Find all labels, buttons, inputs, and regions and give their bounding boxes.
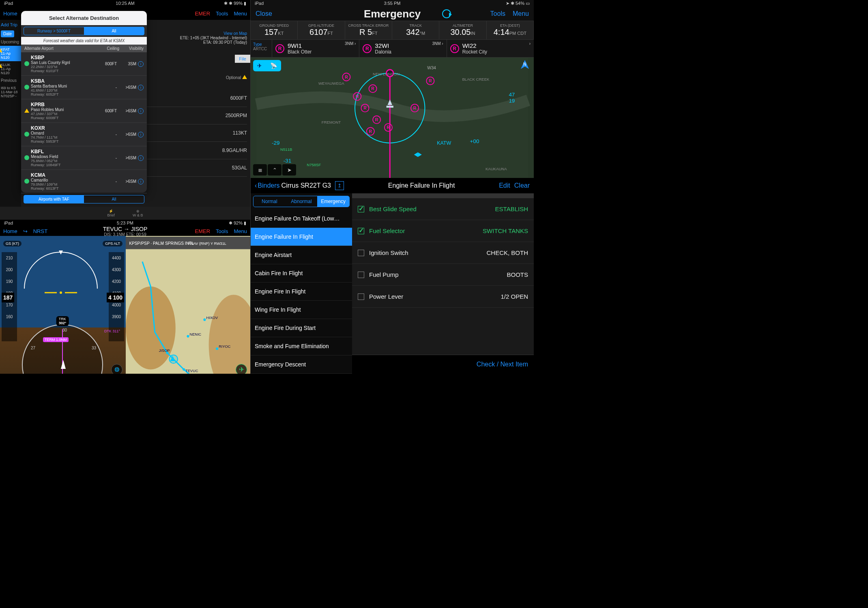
trip-item[interactable]: KFAT11-ApN120 bbox=[0, 46, 21, 61]
nrst-button[interactable]: NRST bbox=[33, 228, 47, 234]
alternate-airport-row[interactable]: KPRBPaso Robles Muni47.1NM / 337°MRunway… bbox=[21, 99, 147, 123]
info-icon[interactable]: i bbox=[138, 108, 144, 114]
status-bar: iPad 3:55 PM ➤ ✱ 54% ▭ bbox=[251, 0, 534, 7]
checklist-item[interactable]: Engine Fire During Start bbox=[251, 319, 352, 337]
emergency-map[interactable]: RRRRRRRRR KATW W34 BLACK CREEK FREMONT N… bbox=[251, 58, 534, 178]
checkbox-icon[interactable] bbox=[358, 228, 364, 234]
alternate-airport-row[interactable]: KSBASanta Barbara Muni41.6NM / 120°MRunw… bbox=[21, 76, 147, 99]
home-button[interactable]: Home bbox=[3, 228, 17, 234]
checkbox-icon[interactable] bbox=[358, 272, 364, 278]
data-cell[interactable]: GROUND SPEED157KT bbox=[251, 21, 298, 39]
warning-icon bbox=[0, 47, 2, 52]
traffic-button[interactable]: ✈ bbox=[236, 364, 247, 374]
alternate-airport-row[interactable]: KBFLMeadows Field75.8NM / 052°MRunway: 1… bbox=[21, 146, 147, 170]
menu-button[interactable]: Menu bbox=[513, 10, 529, 17]
tools-button[interactable]: Tools bbox=[490, 10, 505, 17]
share-icon[interactable]: ↥ bbox=[335, 181, 344, 190]
emer-button[interactable]: EMER bbox=[195, 11, 211, 17]
synthetic-vision-pfd[interactable]: GS (KT) GPS ALT 210200190180170160 187 4… bbox=[0, 236, 126, 374]
svg-text:R: R bbox=[363, 105, 367, 110]
wb-tab[interactable]: ⊕W & B bbox=[133, 209, 143, 217]
checklist-step[interactable]: Power Lever1/2 OPEN bbox=[352, 286, 534, 308]
layers-button[interactable]: ≣ bbox=[253, 164, 267, 176]
svg-text:N758SF: N758SF bbox=[307, 163, 321, 167]
info-icon[interactable]: i bbox=[138, 61, 144, 67]
alternate-airport-row[interactable]: KSBPSan Luis County Rgnl22.2NM / 323°MRu… bbox=[21, 52, 147, 76]
checklist-item[interactable]: Cabin Fire In Flight bbox=[251, 264, 352, 283]
add-trip-button[interactable]: Add Trip bbox=[0, 20, 21, 30]
data-cell[interactable]: ETA (DEST)4:14PM CDT bbox=[487, 21, 534, 39]
svg-point-25 bbox=[203, 319, 206, 321]
checkbox-icon[interactable] bbox=[358, 293, 364, 300]
info-icon[interactable]: i bbox=[138, 132, 144, 137]
svg-text:N: N bbox=[523, 62, 526, 66]
file-button[interactable]: File bbox=[235, 55, 250, 63]
back-button[interactable]: ‹ Binders bbox=[255, 182, 280, 189]
tools-button[interactable]: Tools bbox=[216, 11, 228, 17]
info-icon[interactable]: i bbox=[138, 85, 144, 90]
checklist-step[interactable]: Best Glide SpeedESTABLISH bbox=[352, 198, 534, 220]
checkbox-icon[interactable] bbox=[358, 206, 364, 212]
data-cell[interactable]: CROSS TRACK ERRORR 5FT bbox=[345, 21, 392, 39]
checklist-item[interactable]: Emergency Descent bbox=[251, 355, 352, 374]
airport-badge-icon: R bbox=[363, 44, 372, 53]
info-icon[interactable]: i bbox=[138, 155, 144, 161]
data-cell[interactable]: TRACK342°M bbox=[392, 21, 439, 39]
svg-text:KATW: KATW bbox=[437, 140, 451, 146]
svg-text:33: 33 bbox=[92, 346, 97, 350]
dto-icon[interactable]: ↪ bbox=[23, 228, 28, 234]
checklist-item[interactable]: Engine Failure On Takeoff (Low… bbox=[251, 210, 352, 228]
menu-button[interactable]: Menu bbox=[234, 11, 247, 17]
checklist-step[interactable]: Ignition SwitchCHECK, BOTH bbox=[352, 242, 534, 264]
svg-text:RNAV (RNP) Y RW31L: RNAV (RNP) Y RW31L bbox=[188, 242, 226, 246]
nearest-airport[interactable]: R9WI1Black Otter3NM › bbox=[272, 40, 359, 57]
nearest-airport[interactable]: R32WIDalonia3NM › bbox=[359, 40, 446, 57]
close-button[interactable]: Close bbox=[256, 10, 272, 17]
nearest-airport[interactable]: RWI22Rocket City › bbox=[447, 40, 534, 57]
data-cell[interactable]: ALTIMETER30.05IN bbox=[439, 21, 486, 39]
check-next-button[interactable]: Check / Next Item bbox=[352, 355, 534, 374]
type-selector[interactable]: Type ARTCC bbox=[251, 40, 272, 57]
svg-point-23 bbox=[187, 335, 189, 338]
edit-button[interactable]: Edit bbox=[499, 182, 510, 189]
alternate-airport-row[interactable]: KOXROxnard74.7NM / 111°MRunway: 5953FT -… bbox=[21, 123, 147, 146]
emer-button[interactable]: EMER bbox=[195, 228, 211, 234]
svg-text:BLACK CREEK: BLACK CREEK bbox=[462, 77, 490, 81]
info-icon[interactable]: i bbox=[138, 179, 144, 184]
checklist-item[interactable]: Engine Airstart bbox=[251, 246, 352, 264]
checklist-item[interactable]: Wing Fire In Flight bbox=[251, 301, 352, 319]
north-indicator[interactable]: N bbox=[520, 60, 530, 73]
northup-button[interactable]: ➤ bbox=[282, 164, 296, 176]
svg-text:19: 19 bbox=[509, 98, 515, 104]
brief-tab[interactable]: ⚡Brief bbox=[107, 209, 115, 217]
trip-item[interactable]: KLUK11-ApN120 bbox=[0, 61, 21, 77]
checklist-step[interactable]: Fuel PumpBOOTS bbox=[352, 264, 534, 286]
warning-icon bbox=[0, 63, 2, 68]
svg-text:JISOP: JISOP bbox=[159, 349, 170, 353]
data-cell[interactable]: GPS ALTITUDE6107FT bbox=[298, 21, 345, 39]
alternate-airport-row[interactable]: KCMACamarillo79.0NM / 109°MRunway: 6013F… bbox=[21, 170, 147, 193]
checkbox-icon[interactable] bbox=[358, 250, 364, 256]
date-button[interactable]: Date bbox=[1, 30, 14, 37]
home-button[interactable]: Home bbox=[3, 11, 17, 17]
taf-filter-segment[interactable]: Airports with TAF All bbox=[24, 195, 144, 203]
svg-text:KPSP/PSP · PALM SPRINGS INTL: KPSP/PSP · PALM SPRINGS INTL bbox=[129, 241, 194, 246]
runway-filter-segment[interactable]: Runway > 5000FT All bbox=[24, 27, 144, 35]
globe-button[interactable]: 🌐 bbox=[111, 364, 122, 374]
clear-button[interactable]: Clear bbox=[514, 182, 530, 189]
map-mode-toggle[interactable]: ✈📡 bbox=[253, 60, 281, 71]
trip-item[interactable]: I69 to KS11-Mar-18N702SP - bbox=[0, 84, 21, 100]
nearest-airport-row: Type ARTCC R9WI1Black Otter3NM ›R32WIDal… bbox=[251, 40, 534, 58]
svg-text:+00: +00 bbox=[470, 138, 479, 144]
checklist-step[interactable]: Fuel SelectorSWITCH TANKS bbox=[352, 220, 534, 242]
profile-button[interactable]: ⌃ bbox=[268, 164, 281, 176]
sectional-chart-map[interactable]: KPSP/PSP · PALM SPRINGS INTL RNAV (RNP) … bbox=[126, 236, 250, 374]
tools-button[interactable]: Tools bbox=[216, 228, 228, 234]
checklist-categories: Normal Abnormal Emergency Engine Failure… bbox=[251, 193, 352, 374]
menu-button[interactable]: Menu bbox=[234, 228, 247, 234]
checklist-item[interactable]: Smoke and Fume Elimination bbox=[251, 337, 352, 355]
checklist-tab-segment[interactable]: Normal Abnormal Emergency bbox=[253, 196, 350, 207]
svg-text:TEVUC: TEVUC bbox=[185, 369, 198, 373]
checklist-item[interactable]: Engine Failure In Flight bbox=[251, 228, 352, 246]
checklist-item[interactable]: Engine Fire In Flight bbox=[251, 283, 352, 301]
